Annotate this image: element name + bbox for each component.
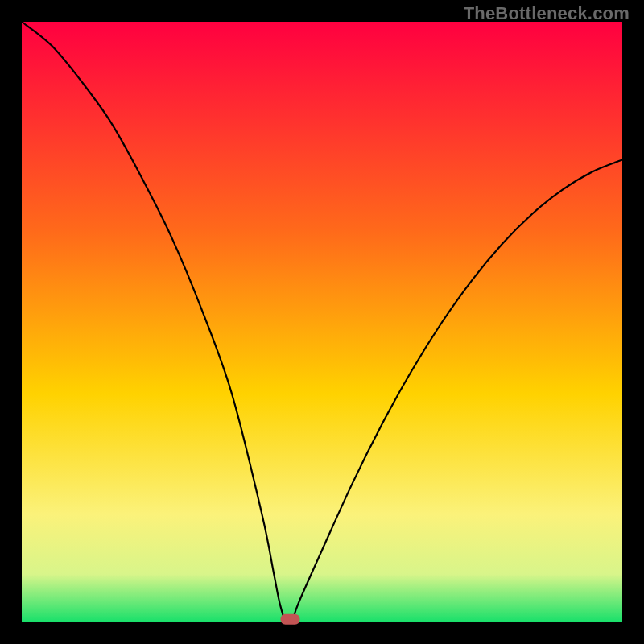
bottleneck-chart [0,0,644,644]
plot-background [22,22,622,622]
chart-frame: TheBottleneck.com [0,0,644,644]
watermark-text: TheBottleneck.com [464,3,630,24]
valley-marker [281,614,300,625]
